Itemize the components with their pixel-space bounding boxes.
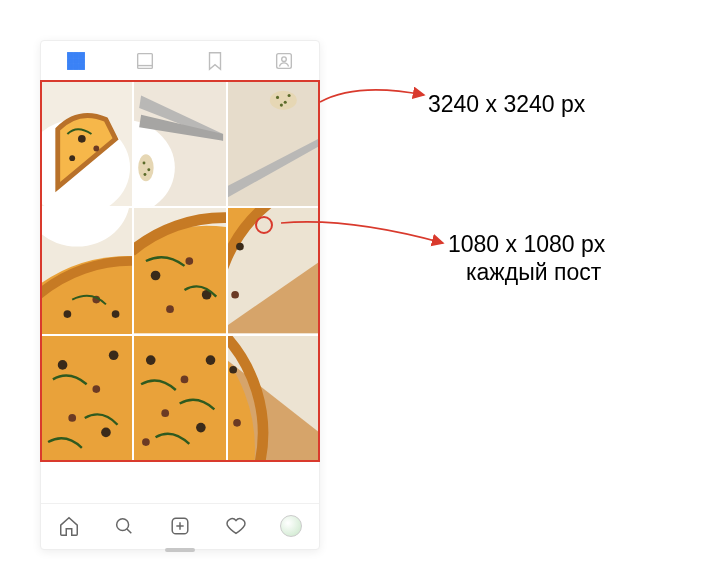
wood-bg-tile [228, 81, 319, 206]
annotation-full-grid: 3240 x 3240 px [428, 90, 585, 118]
home-indicator [165, 548, 195, 552]
svg-point-50 [146, 355, 156, 365]
svg-point-41 [236, 243, 244, 251]
post-cell[interactable] [228, 336, 319, 461]
home-icon [58, 515, 80, 537]
svg-point-17 [69, 155, 75, 161]
svg-point-59 [117, 518, 129, 530]
svg-point-21 [143, 161, 146, 164]
svg-point-52 [206, 355, 216, 365]
svg-point-48 [101, 427, 111, 437]
spacer [41, 461, 319, 503]
post-cell[interactable] [134, 336, 225, 461]
post-cell[interactable] [228, 81, 319, 206]
tab-grid[interactable] [65, 50, 87, 72]
svg-point-22 [148, 168, 151, 171]
person-tag-icon [273, 50, 295, 72]
svg-point-39 [166, 306, 174, 314]
pizza-cutboard-tile [228, 208, 319, 333]
profile-tabs-bar [41, 41, 319, 81]
svg-rect-43 [41, 336, 132, 461]
annotation-single-post-text: 1080 x 1080 px [448, 231, 605, 257]
svg-point-53 [162, 409, 170, 417]
arrow-full-grid [317, 77, 427, 107]
svg-point-34 [112, 311, 120, 319]
tab-feed[interactable] [134, 50, 156, 72]
annotation-single-post: 1080 x 1080 px каждый пост [448, 230, 605, 286]
svg-line-60 [127, 528, 131, 532]
nav-search[interactable] [113, 515, 135, 537]
svg-point-15 [78, 135, 86, 143]
svg-point-29 [279, 104, 282, 107]
pizza-edge-tile [41, 208, 132, 333]
avatar-icon [280, 515, 302, 537]
svg-point-46 [109, 350, 119, 360]
heart-icon [225, 515, 247, 537]
svg-rect-4 [73, 58, 78, 63]
tab-tagged[interactable] [273, 50, 295, 72]
post-cell[interactable] [134, 81, 225, 206]
pizza-bottom-center-tile [134, 336, 225, 461]
post-cell[interactable] [41, 81, 132, 206]
pizza-center-tile [134, 208, 225, 333]
bottom-nav-bar [41, 503, 319, 547]
svg-point-37 [186, 257, 194, 265]
svg-point-42 [231, 291, 239, 299]
svg-point-44 [58, 360, 68, 370]
pizza-bottom-left-tile [41, 336, 132, 461]
tab-saved[interactable] [204, 50, 226, 72]
nav-home[interactable] [58, 515, 80, 537]
svg-rect-0 [68, 52, 73, 57]
svg-point-55 [142, 438, 150, 446]
svg-point-47 [68, 414, 76, 422]
svg-rect-5 [79, 58, 84, 63]
annotation-full-grid-text: 3240 x 3240 px [428, 91, 585, 117]
svg-point-25 [269, 91, 296, 110]
post-cell[interactable] [228, 208, 319, 333]
svg-point-28 [287, 94, 290, 97]
phone-mock [40, 40, 320, 550]
post-cell[interactable] [41, 208, 132, 333]
svg-point-27 [283, 101, 286, 104]
svg-point-54 [196, 422, 206, 432]
post-cell[interactable] [134, 208, 225, 333]
tongs-tile [134, 81, 225, 206]
nav-add[interactable] [169, 515, 191, 537]
svg-point-16 [93, 146, 99, 152]
svg-point-45 [92, 385, 100, 393]
svg-rect-8 [79, 64, 84, 69]
svg-point-12 [282, 56, 287, 61]
svg-point-20 [139, 154, 154, 181]
svg-point-57 [229, 366, 237, 374]
post-cell[interactable] [41, 336, 132, 461]
svg-rect-1 [73, 52, 78, 57]
svg-point-58 [233, 419, 241, 427]
feed-icon [134, 50, 156, 72]
single-post-highlight [255, 216, 273, 234]
svg-point-23 [144, 173, 147, 176]
search-icon [113, 515, 135, 537]
posts-grid [41, 81, 319, 461]
svg-point-36 [151, 271, 161, 281]
nav-profile[interactable] [280, 515, 302, 537]
grid-icon [65, 50, 87, 72]
bookmark-icon [204, 50, 226, 72]
svg-point-26 [276, 96, 279, 99]
posts-grid-3x3 [41, 81, 319, 461]
pizza-bottom-right-tile [228, 336, 319, 461]
add-post-icon [169, 515, 191, 537]
svg-point-32 [64, 311, 72, 319]
svg-rect-6 [68, 64, 73, 69]
pizza-slice-tile [41, 81, 132, 206]
nav-activity[interactable] [225, 515, 247, 537]
svg-point-51 [181, 375, 189, 383]
svg-rect-2 [79, 52, 84, 57]
svg-rect-3 [68, 58, 73, 63]
annotation-single-post-sub: каждый пост [448, 259, 601, 285]
svg-rect-7 [73, 64, 78, 69]
